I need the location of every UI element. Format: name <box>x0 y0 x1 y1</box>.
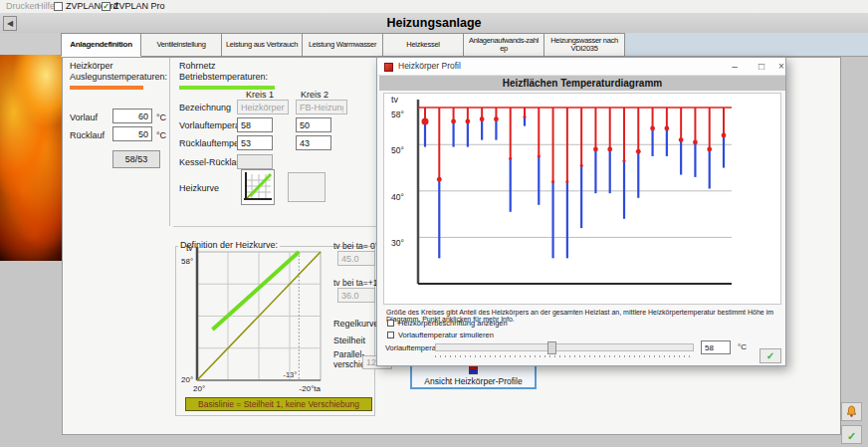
orange-accent-bar <box>70 86 143 90</box>
rohrnetz-title: RohrnetzBetriebstemperaturen: <box>179 61 268 83</box>
vorlauf-label: Vorlauf <box>70 112 98 122</box>
beschriftung-checkbox[interactable] <box>387 320 394 327</box>
close-icon: × <box>778 61 784 72</box>
svg-text:20°: 20° <box>193 384 205 393</box>
close-button[interactable]: × <box>771 59 791 74</box>
bezeichnung-kreis2-input[interactable] <box>296 100 347 114</box>
svg-text:tv: tv <box>186 243 193 253</box>
auslegung-title: HeizkörperAuslegunstemperaturen: <box>70 61 167 83</box>
tab-heizungswasser-nach-vdi2035[interactable]: Heizungswasser nach VDI2035 <box>544 33 625 57</box>
ok-check-icon: ✓ <box>766 350 774 361</box>
ruecklauftemp-kreis1-input[interactable] <box>237 135 273 150</box>
slider-unit: °C <box>738 342 747 351</box>
profile-button-label: Ansicht Heizkörper-Profile <box>424 376 522 386</box>
svg-text:58°: 58° <box>181 257 193 266</box>
slider-thumb[interactable] <box>547 341 556 354</box>
flame-image <box>0 55 62 261</box>
tv-ta1-label: tv bei ta=+1 <box>333 278 377 288</box>
heizflaechen-chart[interactable]: tv58°50°40°30° <box>384 94 780 304</box>
dialog-ok-button[interactable]: ✓ <box>760 348 781 363</box>
temp-summary-button[interactable]: 58/53 <box>112 150 160 168</box>
svg-text:50°: 50° <box>391 145 404 155</box>
heizkurve-icon <box>242 170 274 204</box>
ruecklauftemp-kreis2-input[interactable] <box>296 135 331 150</box>
svg-text:58°: 58° <box>391 110 404 119</box>
vorlauf-input[interactable] <box>112 109 152 123</box>
dialog-title-bar[interactable]: Heizkörper Profil – □ × <box>377 58 785 76</box>
tv-ta1-input[interactable] <box>337 288 375 303</box>
temperature-diagram-panel[interactable]: tv58°50°40°30° <box>383 93 781 305</box>
dialog-app-icon <box>384 63 393 72</box>
kreis1-header: Kreis 1 <box>246 90 274 100</box>
alarm-icon <box>845 405 858 418</box>
svg-text:-20°ta: -20°ta <box>300 384 322 393</box>
slider-value-input[interactable] <box>701 340 731 354</box>
svg-text:-13°: -13° <box>283 370 297 379</box>
svg-text:tv: tv <box>391 95 399 105</box>
vorlauftemp-kreis2-input[interactable] <box>296 117 331 132</box>
warning-button[interactable] <box>841 402 862 421</box>
steilheit-label: Steilheit <box>333 335 365 345</box>
vorlauf-unit: °C <box>156 112 166 122</box>
tab-leistung-warmwasser[interactable]: Leistung Warmwasser <box>303 33 383 57</box>
tab-heizkessel[interactable]: Heizkessel <box>383 33 464 57</box>
menu-hilfe[interactable]: Hilfe <box>37 1 55 11</box>
bezeichnung-kreis1-input[interactable] <box>237 100 289 114</box>
heizkurve-preview-box <box>288 172 326 202</box>
tv-ta0-label: tv bei ta= 0° <box>333 241 378 251</box>
section-separator <box>173 226 376 227</box>
svg-text:20°: 20° <box>181 375 193 384</box>
app-window: Drucken Hilfe ZVPLANcard ✓ ZVPLAN Pro ◀ … <box>0 0 868 447</box>
zvplancard-checkbox[interactable] <box>54 2 63 11</box>
tab-bar: AnlagendefinitionVentileinstellungLeistu… <box>0 33 868 57</box>
kessel-ruecklauf-label: Kessel-Rücklauf <box>179 157 244 167</box>
heizkurve-label: Heizkurve <box>179 183 219 193</box>
menu-bar: Drucken Hilfe ZVPLANcard ✓ ZVPLAN Pro <box>0 0 868 14</box>
ruecklauf-unit: °C <box>156 130 166 140</box>
dialog-header: Heizflächen Temperaturdiagramm <box>379 76 785 91</box>
kreis2-header: Kreis 2 <box>301 90 328 100</box>
heizkoerper-profil-dialog: Heizkörper Profil – □ × Heizflächen Temp… <box>376 57 786 366</box>
dialog-title: Heizkörper Profil <box>398 61 461 71</box>
section-divider <box>169 58 170 226</box>
kessel-ruecklauf-input[interactable] <box>237 154 273 169</box>
tab-bar-filler <box>625 33 868 57</box>
minimize-button[interactable]: – <box>725 59 745 74</box>
maximize-button[interactable]: □ <box>752 59 771 74</box>
ruecklauf-label: Rücklauf <box>70 130 105 140</box>
regelkurve-label: Regelkurve: <box>333 319 381 329</box>
tab-anlagenaufwands-zahl-ep[interactable]: Anlagenaufwands-zahl ep <box>464 33 544 57</box>
zvplanpro-label: ZVPLAN Pro <box>113 1 165 11</box>
tab-ventileinstellung[interactable]: Ventileinstellung <box>141 33 222 57</box>
menu-drucken[interactable]: Drucken <box>6 1 40 11</box>
confirm-check-icon: ✓ <box>847 430 856 442</box>
zvplanpro-checkbox[interactable]: ✓ <box>102 2 110 11</box>
basislinie-banner: Basislinie = Steilheit 1, keine Verschie… <box>185 397 372 411</box>
maximize-icon: □ <box>759 61 764 72</box>
bezeichnung-label: Bezeichnung <box>179 103 231 112</box>
simulieren-checkbox-label: Vorlauftemperatur simulieren <box>398 331 494 339</box>
confirm-button[interactable]: ✓ <box>841 425 862 444</box>
minimize-icon: – <box>732 61 738 72</box>
ruecklauf-input[interactable] <box>112 126 152 141</box>
svg-text:30°: 30° <box>391 238 404 248</box>
slider-ticks <box>435 355 694 357</box>
tab-leistung-aus-verbrauch[interactable]: Leistung aus Verbrauch <box>222 33 303 57</box>
tab-anlagendefinition[interactable]: Anlagendefinition <box>61 33 141 57</box>
heizkurve-chart: tv58°20°20°-20°ta-13° <box>179 243 332 394</box>
heizkurve-icon-button[interactable] <box>241 169 275 205</box>
beschriftung-checkbox-label: Heizkörperbeschriftung anzeigen <box>398 319 508 328</box>
page-title: Heizungsanlage <box>0 14 868 33</box>
tv-ta0-input[interactable] <box>337 251 375 266</box>
vorlauftemperatur-slider[interactable] <box>435 343 694 351</box>
simulieren-checkbox[interactable] <box>387 332 394 338</box>
vorlauftemp-kreis1-input[interactable] <box>237 117 273 132</box>
svg-text:40°: 40° <box>391 192 404 202</box>
title-bar: ◀ Heizungsanlage <box>0 14 868 33</box>
